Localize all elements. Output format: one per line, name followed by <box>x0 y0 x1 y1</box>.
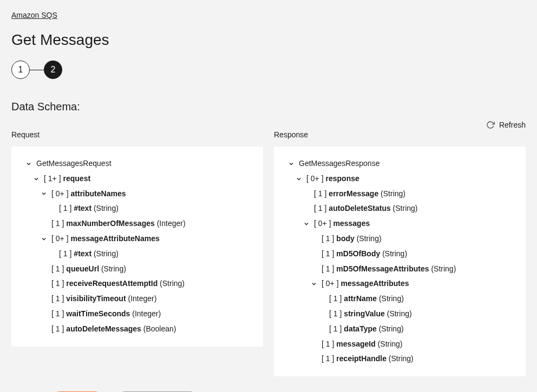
chevron-down-icon[interactable] <box>21 161 36 167</box>
node-cardinality: [ 1 ] <box>51 308 64 321</box>
node-type: (String) <box>160 277 185 290</box>
tree-leaf: [ 1 ] mD5OfMessageAttributes (String) <box>278 262 517 277</box>
tree-leaf: [ 1 ] maxNumberOfMessages (Integer) <box>16 216 254 231</box>
node-type: (Integer) <box>128 293 156 305</box>
tree-node[interactable]: [ 0+ ] messageAttributes <box>278 276 517 291</box>
node-cardinality: [ 1 ] <box>59 248 71 261</box>
node-cardinality: [ 1 ] <box>329 323 342 336</box>
node-type: (String) <box>379 323 404 336</box>
node-type: (String) <box>382 248 407 261</box>
node-name: #text <box>74 248 91 261</box>
node-type: (String) <box>94 248 119 261</box>
chevron-down-icon[interactable] <box>291 176 306 182</box>
node-cardinality: [ 1 ] <box>51 217 64 230</box>
node-name: request <box>63 172 91 185</box>
node-name: autoDeleteMessages <box>66 323 141 336</box>
step-indicator: 1 2 <box>11 61 526 79</box>
chevron-down-icon[interactable] <box>306 281 322 287</box>
node-type: (String) <box>431 263 456 276</box>
request-heading: Request <box>11 130 263 139</box>
tree-leaf: [ 1 ] waitTimeSeconds (Integer) <box>16 307 254 322</box>
tree-leaf: [ 1 ] receiptHandle (String) <box>278 351 517 367</box>
tree-node-root[interactable]: GetMessagesRequest <box>16 156 254 171</box>
tree-leaf: [ 1 ] mD5OfBody (String) <box>278 247 517 262</box>
breadcrumb-link[interactable]: Amazon SQS <box>11 11 57 19</box>
node-name: GetMessagesResponse <box>299 157 379 170</box>
tree-node[interactable]: [ 1+ ] request <box>16 171 254 187</box>
node-name: attrName <box>344 293 377 305</box>
response-heading: Response <box>274 130 526 139</box>
node-name: body <box>336 232 354 245</box>
tree-node[interactable]: [ 0+ ] attributeNames <box>16 187 254 202</box>
tree-node[interactable]: [ 0+ ] messages <box>278 216 517 231</box>
refresh-icon[interactable] <box>486 121 495 129</box>
node-name: mD5OfMessageAttributes <box>336 263 429 276</box>
node-cardinality: [ 1 ] <box>314 188 326 201</box>
tree-leaf: [ 1 ] #text (String) <box>16 201 254 216</box>
step-connector <box>30 70 44 70</box>
node-name: autoDeleteStatus <box>329 202 390 215</box>
node-cardinality: [ 0+ ] <box>51 188 69 201</box>
node-name: mD5OfBody <box>336 248 380 261</box>
node-cardinality: [ 1 ] <box>51 263 64 276</box>
tree-node[interactable]: [ 0+ ] response <box>278 171 517 187</box>
node-type: (String) <box>357 232 382 245</box>
node-cardinality: [ 0+ ] <box>51 232 69 245</box>
node-type: (Integer) <box>132 308 161 321</box>
node-type: (String) <box>389 353 414 366</box>
tree-leaf: [ 1 ] visibilityTimeout (Integer) <box>16 291 254 307</box>
node-cardinality: [ 0+ ] <box>306 172 324 185</box>
tree-leaf: [ 1 ] autoDeleteStatus (String) <box>278 201 517 216</box>
step-2[interactable]: 2 <box>44 61 62 79</box>
node-type: (String) <box>387 308 412 321</box>
step-1[interactable]: 1 <box>11 61 30 79</box>
chevron-down-icon[interactable] <box>36 236 51 242</box>
tree-node-root[interactable]: GetMessagesResponse <box>278 156 517 171</box>
node-cardinality: [ 1 ] <box>51 323 64 336</box>
request-schema-box: GetMessagesRequest [ 1+ ] request [ 0+ ]… <box>11 147 263 347</box>
node-cardinality: [ 1+ ] <box>44 172 61 185</box>
tree-node[interactable]: [ 0+ ] messageAttributeNames <box>16 231 254 247</box>
node-cardinality: [ 1 ] <box>59 202 71 215</box>
chevron-down-icon[interactable] <box>36 190 51 197</box>
node-type: (String) <box>393 202 418 215</box>
data-schema-heading: Data Schema: <box>11 101 526 113</box>
node-name: #text <box>74 202 91 215</box>
node-name: attributeNames <box>71 188 126 201</box>
refresh-label[interactable]: Refresh <box>499 121 526 129</box>
node-name: stringValue <box>344 308 384 321</box>
node-name: messageId <box>336 338 375 351</box>
chevron-down-icon[interactable] <box>29 176 44 182</box>
node-type: (Boolean) <box>143 323 176 336</box>
node-cardinality: [ 1 ] <box>314 202 326 215</box>
node-name: visibilityTimeout <box>66 293 126 305</box>
node-cardinality: [ 1 ] <box>322 263 334 276</box>
tree-leaf: [ 1 ] body (String) <box>278 231 517 247</box>
node-cardinality: [ 1 ] <box>329 308 342 321</box>
response-schema-box: GetMessagesResponse [ 0+ ] response [ 1 … <box>274 147 526 376</box>
node-name: GetMessagesRequest <box>36 157 112 170</box>
node-cardinality: [ 1 ] <box>51 277 64 290</box>
node-name: errorMessage <box>329 188 378 201</box>
node-cardinality: [ 0+ ] <box>314 217 331 230</box>
tree-leaf: [ 1 ] queueUrl (String) <box>16 262 254 277</box>
tree-leaf: [ 1 ] receiveRequestAttemptId (String) <box>16 276 254 291</box>
node-name: messageAttributeNames <box>71 232 160 245</box>
tree-leaf: [ 1 ] autoDeleteMessages (Boolean) <box>16 322 254 337</box>
chevron-down-icon[interactable] <box>299 221 314 227</box>
node-cardinality: [ 0+ ] <box>322 277 339 290</box>
tree-leaf: [ 1 ] dataType (String) <box>278 322 517 337</box>
node-name: messageAttributes <box>341 277 409 290</box>
node-name: receiptHandle <box>336 353 387 366</box>
node-type: (String) <box>379 293 404 305</box>
node-name: response <box>326 172 359 185</box>
node-cardinality: [ 1 ] <box>51 293 64 305</box>
node-name: dataType <box>344 323 376 336</box>
node-cardinality: [ 1 ] <box>322 232 334 245</box>
node-type: (String) <box>381 188 405 201</box>
tree-leaf: [ 1 ] #text (String) <box>16 247 254 262</box>
node-type: (String) <box>101 263 126 276</box>
chevron-down-icon[interactable] <box>284 161 299 167</box>
tree-leaf: [ 1 ] errorMessage (String) <box>278 187 517 202</box>
tree-leaf: [ 1 ] messageId (String) <box>278 337 517 352</box>
